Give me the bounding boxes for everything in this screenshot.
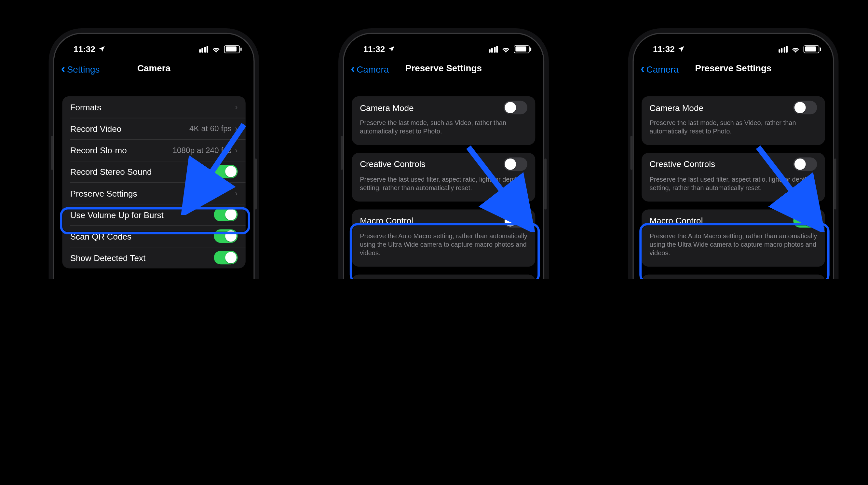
- nav-title: Preserve Settings: [405, 63, 482, 73]
- chevron-left-icon: ‹: [351, 63, 355, 75]
- row-record-video[interactable]: Record Video 4K at 60 fps›: [62, 118, 246, 139]
- row-label: Macro Control: [360, 216, 413, 225]
- row-label: Macro Control: [650, 216, 703, 225]
- cell-signal-icon: [489, 46, 498, 52]
- toggle-stereo[interactable]: [214, 165, 238, 178]
- row-description: Preserve the last used filter, aspect ra…: [352, 176, 535, 198]
- back-button[interactable]: ‹ Camera: [641, 58, 679, 81]
- row-preserve-settings[interactable]: Preserve Settings ›: [62, 182, 246, 204]
- nav-title: Camera: [137, 63, 170, 73]
- status-time: 11:32: [363, 44, 385, 54]
- location-icon: [678, 44, 685, 54]
- battery-icon: [804, 45, 819, 53]
- preserve-item: Macro ControlPreserve the Auto Macro set…: [352, 209, 535, 266]
- row-label: Camera Mode: [360, 103, 413, 113]
- back-button[interactable]: ‹ Camera: [351, 58, 389, 81]
- row-volume-burst[interactable]: Use Volume Up for Burst: [62, 204, 246, 225]
- row-description: Preserve the Auto Macro setting, rather …: [642, 232, 825, 263]
- chevron-right-icon: ›: [235, 146, 238, 155]
- battery-icon: [224, 45, 240, 53]
- row-exposure-adjustment[interactable]: Exposure Adjustment: [642, 274, 825, 279]
- location-icon: [389, 44, 395, 54]
- toggle-camera-mode[interactable]: [504, 101, 527, 115]
- row-description: Preserve the last mode, such as Video, r…: [642, 119, 825, 141]
- chevron-right-icon: ›: [235, 124, 238, 133]
- nav-bar: ‹ Camera Preserve Settings: [344, 58, 543, 81]
- phone-preserve-settings-off: 11:32 ‹ Camera Prese: [344, 34, 543, 279]
- preserve-item: Camera ModePreserve the last mode, such …: [642, 96, 825, 145]
- preserve-item: Creative ControlsPreserve the last used …: [352, 153, 535, 201]
- preserve-item: Macro ControlPreserve the Auto Macro set…: [642, 209, 825, 266]
- preserve-item: Exposure AdjustmentPreserve the exposure…: [352, 274, 535, 279]
- cell-signal-icon: [778, 46, 788, 52]
- settings-group-main: Formats › Record Video 4K at 60 fps› Rec…: [62, 96, 246, 269]
- row-creative-controls[interactable]: Creative Controls: [352, 153, 535, 176]
- row-camera-mode[interactable]: Camera Mode: [352, 96, 535, 119]
- toggle-camera-mode[interactable]: [793, 101, 817, 115]
- row-description: Preserve the last mode, such as Video, r…: [352, 119, 535, 141]
- chevron-left-icon: ‹: [641, 63, 645, 75]
- phone-camera-settings: 11:32 ‹ Settings Cam: [54, 34, 253, 279]
- row-detected-text[interactable]: Show Detected Text: [62, 247, 246, 268]
- row-record-slomo[interactable]: Record Slo-mo 1080p at 240 fps›: [62, 139, 246, 161]
- status-bar: 11:32: [344, 34, 543, 58]
- toggle-macro-control[interactable]: [793, 214, 817, 228]
- row-label: Creative Controls: [650, 159, 715, 169]
- row-macro-control[interactable]: Macro Control: [642, 209, 825, 232]
- row-macro-control[interactable]: Macro Control: [352, 209, 535, 232]
- preserve-item: Creative ControlsPreserve the last used …: [642, 153, 825, 201]
- location-icon: [99, 44, 105, 54]
- row-description: Preserve the last used filter, aspect ra…: [642, 176, 825, 198]
- nav-bar: ‹ Settings Camera: [54, 58, 253, 81]
- row-creative-controls[interactable]: Creative Controls: [642, 153, 825, 176]
- nav-bar: ‹ Camera Preserve Settings: [634, 58, 833, 81]
- toggle-creative-controls[interactable]: [504, 157, 527, 171]
- cell-signal-icon: [199, 46, 208, 52]
- row-exposure-adjustment[interactable]: Exposure Adjustment: [352, 274, 535, 279]
- status-time: 11:32: [73, 44, 95, 54]
- row-formats[interactable]: Formats ›: [62, 96, 246, 118]
- preserve-item: Exposure AdjustmentPreserve the exposure…: [642, 274, 825, 279]
- wifi-icon: [212, 46, 221, 52]
- chevron-left-icon: ‹: [61, 63, 65, 75]
- row-stereo-sound[interactable]: Record Stereo Sound: [62, 161, 246, 182]
- status-bar: 11:32: [54, 34, 253, 58]
- status-bar: 11:32: [634, 34, 833, 58]
- row-label: Creative Controls: [360, 159, 426, 169]
- preserve-item: Camera ModePreserve the last mode, such …: [352, 96, 535, 145]
- battery-icon: [514, 45, 530, 53]
- toggle-macro-control[interactable]: [504, 214, 527, 228]
- toggle-volume-burst[interactable]: [214, 208, 238, 221]
- toggle-detected-text[interactable]: [214, 251, 238, 264]
- back-label: Camera: [356, 64, 389, 74]
- back-button[interactable]: ‹ Settings: [61, 58, 100, 81]
- toggle-creative-controls[interactable]: [793, 157, 817, 171]
- phone-preserve-settings-on: 11:32 ‹ Camera Prese: [634, 34, 833, 279]
- row-description: Preserve the Auto Macro setting, rather …: [352, 232, 535, 263]
- chevron-right-icon: ›: [235, 188, 238, 198]
- row-label: Camera Mode: [650, 103, 703, 113]
- row-camera-mode[interactable]: Camera Mode: [642, 96, 825, 119]
- back-label: Camera: [646, 64, 679, 74]
- wifi-icon: [791, 46, 800, 52]
- toggle-scan-qr[interactable]: [214, 229, 238, 243]
- status-time: 11:32: [653, 44, 675, 54]
- row-scan-qr[interactable]: Scan QR Codes: [62, 225, 246, 247]
- chevron-right-icon: ›: [235, 102, 238, 112]
- wifi-icon: [501, 46, 510, 52]
- back-label: Settings: [67, 64, 100, 74]
- nav-title: Preserve Settings: [695, 63, 771, 73]
